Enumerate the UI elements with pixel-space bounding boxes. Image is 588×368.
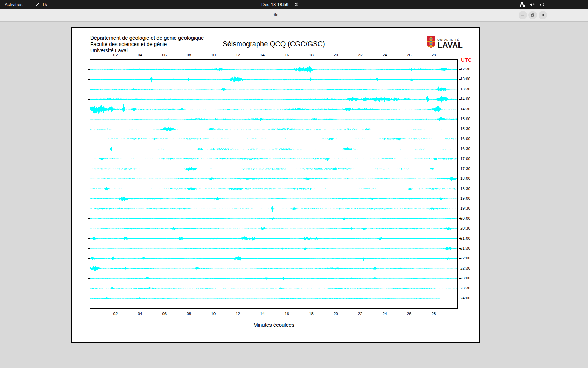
logo-laval-text: LAVAL (438, 41, 463, 49)
x-axis-top-tick-label: 02 (113, 53, 118, 57)
x-axis-top-tick-label: 06 (162, 53, 167, 57)
x-axis-top-tick (360, 58, 360, 60)
x-axis-top-tick-label: 04 (138, 53, 142, 57)
x-axis-top-tick-label: 20 (334, 53, 338, 57)
trace-time-label: 16:00 (460, 137, 470, 141)
clock-menu[interactable]: Dec 18 18:59 (261, 0, 299, 9)
x-axis-bottom-tick (213, 309, 214, 311)
trace-time-label: 21:30 (460, 246, 470, 250)
x-axis-bottom-tick (238, 309, 238, 311)
left-tick (88, 89, 90, 89)
x-axis-top-tick (164, 58, 164, 60)
left-tick (88, 298, 90, 298)
x-axis-bottom-tick-label: 28 (432, 312, 436, 316)
left-tick (88, 209, 90, 209)
x-axis-bottom-tick (409, 309, 410, 311)
utc-label: UTC (461, 57, 472, 63)
x-axis-top-tick-label: 24 (383, 53, 387, 57)
x-axis-bottom-tick-label: 18 (309, 312, 314, 316)
x-axis-top-tick-label: 10 (211, 53, 216, 57)
x-axis-bottom-tick (287, 309, 287, 311)
tk-app-label: Tk (42, 0, 47, 9)
trace-time-label: 23:00 (460, 276, 470, 280)
minimize-button[interactable] (519, 11, 527, 19)
x-axis-top-tick-label: 22 (358, 53, 363, 57)
left-tick (88, 189, 90, 189)
x-axis-top-tick (409, 58, 410, 60)
trace-time-label: 23:30 (460, 286, 470, 290)
focused-app-indicator[interactable]: Tk (35, 0, 47, 9)
x-axis-bottom-tick (311, 309, 312, 311)
x-axis-bottom-tick-label: 14 (260, 312, 265, 316)
x-axis-bottom-tick (434, 309, 434, 311)
x-axis-top-tick (213, 58, 214, 60)
x-axis-bottom-tick-label: 12 (236, 312, 240, 316)
left-tick (88, 218, 90, 219)
x-axis-bottom-tick-label: 04 (138, 312, 142, 316)
window-title: tk (0, 9, 551, 21)
left-tick (88, 139, 90, 139)
trace-time-label: 18:30 (460, 186, 470, 191)
notifications-disabled-icon (294, 2, 299, 7)
left-tick (88, 79, 90, 80)
trace-time-label: 19:30 (460, 206, 470, 210)
x-axis-bottom-tick-label: 20 (334, 312, 338, 316)
power-icon (540, 2, 545, 7)
x-axis-bottom-tick-label: 10 (211, 312, 216, 316)
x-axis-top-tick (189, 58, 189, 60)
chart-title: Séismographe QCQ (CGC/GSC) (90, 40, 457, 48)
x-axis-bottom-tick (189, 309, 189, 311)
x-axis-top-tick (262, 58, 262, 60)
system-status-area[interactable] (519, 0, 545, 9)
trace-time-label: 21:00 (460, 236, 470, 240)
x-axis-bottom-tick (385, 309, 385, 311)
left-tick (88, 109, 90, 109)
tk-app-icon (35, 2, 40, 7)
trace-time-label: 20:00 (460, 216, 470, 220)
x-axis-top-tick-label: 16 (285, 53, 289, 57)
trace-time-label: 17:00 (460, 157, 470, 161)
minimize-icon (521, 13, 525, 17)
x-axis-top-tick (311, 58, 312, 60)
volume-icon (530, 2, 535, 7)
close-button[interactable] (539, 11, 547, 19)
window-content: Département de géologie et de génie géol… (0, 22, 588, 368)
x-axis-top-tick-label: 12 (236, 53, 240, 57)
trace-time-label: 14:30 (460, 107, 470, 111)
x-axis-top-tick-label: 08 (187, 53, 191, 57)
left-tick (88, 149, 90, 149)
x-axis-bottom-tick-label: 08 (187, 312, 191, 316)
left-tick (88, 288, 90, 288)
trace-time-label: 15:00 (460, 117, 470, 121)
x-axis-top-tick (115, 58, 115, 60)
x-axis-bottom-tick (164, 309, 164, 311)
x-axis-bottom-tick (115, 309, 115, 311)
trace-time-label: 16:30 (460, 146, 470, 151)
left-tick (88, 268, 90, 268)
left-tick (88, 238, 90, 239)
activities-button[interactable]: Activities (5, 0, 22, 9)
x-axis-top-tick (140, 58, 140, 60)
x-axis-top-tick-label: 26 (407, 53, 412, 57)
trace-time-label: 20:30 (460, 226, 470, 230)
trace-time-label: 22:00 (460, 256, 470, 260)
trace-time-label: 13:00 (460, 77, 470, 81)
left-tick (88, 119, 90, 119)
clock-label: Dec 18 18:59 (261, 2, 288, 7)
x-axis-top-tick (336, 58, 336, 60)
left-tick (88, 159, 90, 159)
x-axis-top-tick (238, 58, 238, 60)
x-axis-bottom-tick-label: 22 (358, 312, 363, 316)
x-axis-bottom-tick-label: 24 (383, 312, 387, 316)
x-axis-label: Minutes écoulées (90, 322, 457, 328)
close-icon (541, 13, 545, 17)
laval-logo: UNIVERSITÉ LAVAL (427, 36, 463, 49)
left-tick (88, 129, 90, 129)
maximize-button[interactable] (528, 11, 537, 19)
window-titlebar[interactable]: tk (0, 9, 588, 22)
x-axis-bottom-tick-label: 16 (285, 312, 289, 316)
trace-time-label: 17:30 (460, 166, 470, 171)
seismograph-canvas: Département de géologie et de génie géol… (71, 27, 480, 343)
x-axis-bottom-tick (262, 309, 262, 311)
plot-frame (90, 59, 458, 309)
